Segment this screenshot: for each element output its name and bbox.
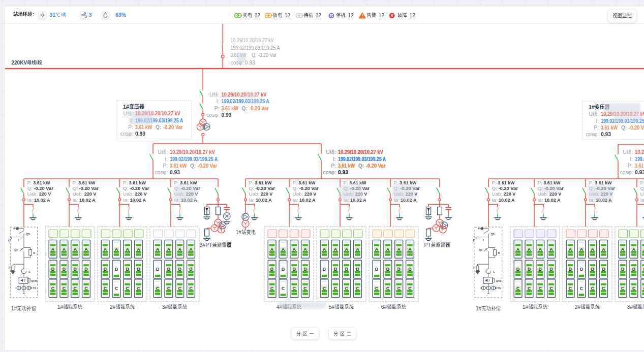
svg-text:P:: P: — [163, 163, 168, 169]
svg-text:B: B — [356, 267, 359, 272]
svg-text:U: U — [589, 111, 593, 117]
svg-text:C: C — [591, 286, 594, 291]
svg-text:199.02/199.03/199.25 A: 199.02/199.03/199.25 A — [338, 156, 386, 162]
svg-text:1#: 1# — [523, 304, 529, 310]
svg-text:B: B — [334, 267, 338, 272]
svg-text:10.29/10.20/10.27 kV: 10.29/10.20/10.27 kV — [338, 149, 383, 155]
svg-text:C: C — [178, 286, 181, 291]
svg-text:Ia:: Ia: — [73, 197, 78, 203]
svg-text:B: B — [591, 267, 594, 272]
svg-text:Q:: Q: — [358, 163, 364, 169]
svg-text:C: C — [569, 286, 572, 291]
svg-text:P:: P: — [589, 180, 594, 185]
svg-text:12: 12 — [379, 13, 385, 18]
svg-text:0.93: 0.93 — [135, 131, 145, 137]
svg-text:I:: I: — [630, 156, 633, 162]
svg-text:A: A — [115, 247, 118, 252]
svg-text:Q:: Q: — [156, 124, 161, 130]
svg-text:3.61 kW: 3.61 kW — [635, 163, 644, 169]
svg-text:10.29/10.20/10.27 kV: 10.29/10.20/10.27 kV — [231, 37, 274, 43]
svg-text:P:: P: — [123, 180, 128, 185]
svg-text:A: A — [156, 247, 160, 252]
svg-text:A: A — [397, 247, 401, 252]
svg-text:B: B — [189, 267, 193, 272]
svg-text:P:: P: — [538, 180, 542, 185]
svg-text:1#: 1# — [589, 104, 595, 110]
svg-text:A: A — [580, 247, 584, 252]
svg-text:3.61 kW: 3.61 kW — [601, 125, 618, 131]
svg-text:TA: TA — [498, 286, 501, 290]
svg-text:R: R — [34, 251, 36, 254]
svg-text:B: B — [104, 267, 107, 272]
svg-text::: : — [597, 111, 599, 117]
svg-text:B: B — [137, 267, 140, 272]
svg-text:A: A — [621, 247, 625, 252]
svg-text:A: A — [104, 247, 107, 252]
svg-text::: : — [33, 12, 34, 17]
svg-text:63%: 63% — [115, 12, 127, 18]
svg-text:-0.20 Var: -0.20 Var — [299, 185, 319, 191]
svg-text:C: C — [282, 286, 285, 291]
svg-text:3.61 kW: 3.61 kW — [222, 106, 238, 111]
svg-text:10.02 A: 10.02 A — [130, 197, 146, 203]
svg-text:Uab:: Uab: — [123, 191, 134, 197]
svg-text:A: A — [51, 247, 55, 252]
svg-text:C: C — [408, 286, 412, 291]
svg-text:C: C — [84, 286, 88, 291]
svg-text:220 V: 220 V — [304, 191, 317, 197]
svg-text:Ia:: Ia: — [27, 197, 33, 203]
svg-text:A: A — [549, 247, 553, 252]
svg-text:B: B — [375, 267, 379, 272]
svg-text:B: B — [178, 267, 181, 272]
svg-text:A: A — [356, 247, 359, 252]
svg-text:QS: QS — [26, 233, 30, 236]
svg-text:A: A — [292, 247, 296, 252]
svg-text:F: F — [473, 266, 475, 269]
svg-text:1#: 1# — [476, 305, 482, 311]
svg-text:3#: 3# — [162, 304, 168, 310]
svg-text:P:: P: — [27, 180, 32, 185]
svg-text:12: 12 — [316, 13, 322, 18]
svg-text:I:: I: — [596, 118, 599, 124]
svg-text:C: C — [51, 286, 55, 291]
svg-text:P:: P: — [214, 106, 220, 111]
svg-text:C: C — [115, 286, 118, 291]
svg-text:A: A — [375, 247, 379, 252]
svg-text:R: R — [498, 251, 500, 254]
svg-text:cosφ:: cosφ: — [620, 170, 633, 175]
svg-text:A: A — [386, 247, 390, 252]
svg-text:B: B — [549, 267, 553, 272]
svg-text:10.02 A: 10.02 A — [34, 197, 50, 203]
svg-text:220 V: 220 V — [261, 191, 273, 197]
svg-text:P:: P: — [293, 180, 297, 185]
svg-text:A: A — [569, 247, 572, 252]
svg-text:Q:: Q: — [249, 185, 254, 191]
svg-text:B: B — [569, 267, 572, 272]
svg-text:Uab:: Uab: — [73, 191, 83, 197]
svg-text:220 V: 220 V — [504, 191, 516, 197]
svg-text:A: A — [334, 247, 338, 252]
svg-text:B: B — [632, 267, 636, 272]
svg-text:B: B — [516, 267, 520, 272]
svg-text:P:: P: — [128, 124, 133, 130]
svg-text:P:: P: — [344, 180, 348, 185]
svg-text:U: U — [209, 92, 213, 98]
svg-text:220 V: 220 V — [39, 191, 51, 197]
svg-text:Q:: Q: — [492, 185, 497, 191]
svg-text:3.61 kW: 3.61 kW — [349, 180, 366, 185]
svg-text:C: C — [345, 286, 348, 291]
svg-text:A: A — [516, 247, 520, 252]
svg-text:Q:: Q: — [73, 185, 78, 191]
svg-text:10.02 A: 10.02 A — [299, 197, 316, 203]
svg-text:3#: 3# — [627, 304, 633, 310]
svg-text:QF: QF — [479, 248, 482, 251]
svg-text:TA: TA — [33, 286, 37, 290]
svg-text:B: B — [51, 267, 55, 272]
svg-text:Ia:: Ia: — [492, 197, 498, 203]
svg-text:C: C — [292, 286, 296, 291]
svg-text:C: C — [375, 286, 379, 291]
svg-text:A: A — [528, 247, 531, 252]
svg-text:-0.20 Var: -0.20 Var — [366, 163, 386, 169]
svg-text:10.29/10.20/10.27 kV: 10.29/10.20/10.27 kV — [222, 92, 267, 98]
svg-text:I:: I: — [333, 156, 336, 162]
